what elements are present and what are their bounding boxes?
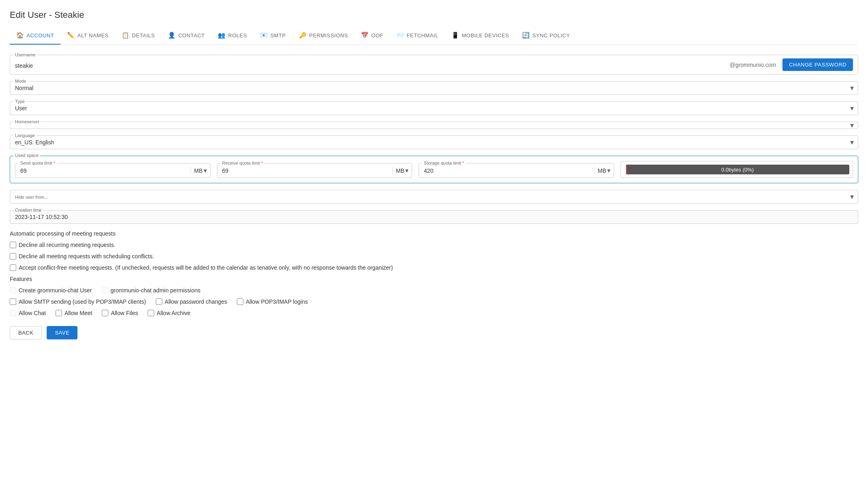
tab-contact[interactable]: 👤CONTACT — [161, 27, 211, 45]
language-select[interactable]: Language en_US: English ▾ — [10, 135, 858, 149]
tab-smtp[interactable]: 📧SMTP — [254, 27, 292, 45]
create-chat-user-text: Create grommunio-chat User — [19, 287, 92, 294]
allow-archive-label[interactable]: Allow Archive — [148, 310, 190, 316]
allow-smtp-label[interactable]: Allow SMTP sending (used by POP3/IMAP cl… — [10, 298, 146, 305]
allow-smtp-text: Allow SMTP sending (used by POP3/IMAP cl… — [19, 298, 146, 305]
type-label: Type — [13, 99, 26, 104]
allow-pop3-imap-label[interactable]: Allow POP3/IMAP logins — [237, 298, 308, 305]
decline-conflicts-checkbox[interactable] — [10, 253, 16, 260]
details-tab-icon: 📋 — [122, 32, 130, 39]
permissions-tab-icon: 🔑 — [299, 32, 307, 39]
roles-tab-icon: 👥 — [218, 32, 226, 39]
receive-quota-label: Receive quota limit * — [221, 161, 264, 165]
send-quota-unit[interactable]: MB ▾ — [191, 167, 207, 174]
allow-meet-text: Allow Meet — [64, 310, 92, 316]
hide-user-label: Hide user from... — [15, 195, 48, 200]
language-value: en_US: English — [15, 138, 54, 146]
allow-archive-checkbox[interactable] — [148, 310, 154, 316]
receive-quota-unit[interactable]: MB ▾ — [392, 167, 408, 174]
send-quota-input[interactable] — [20, 167, 191, 174]
used-space-label: Used space — [13, 153, 40, 158]
tab-details[interactable]: 📋DETAILS — [115, 27, 161, 45]
decline-recurring-text: Decline all recurring meeting requests. — [19, 242, 116, 248]
mobile-devices-tab-label: MOBILE DEVICES — [462, 32, 509, 39]
smtp-tab-icon: 📧 — [260, 32, 268, 39]
hide-user-select[interactable]: Hide user from... ▾ — [10, 190, 858, 204]
storage-bar: 0.0bytes (0%) — [626, 165, 849, 174]
storage-quota-label: Storage quota limit * — [422, 161, 466, 165]
content-area: Username @grommunio.com CHANGE PASSWORD … — [0, 45, 868, 362]
save-button[interactable]: SAVE — [47, 326, 77, 339]
allow-password-changes-text: Allow password changes — [165, 298, 227, 305]
allow-files-label[interactable]: Allow Files — [102, 310, 138, 316]
username-input[interactable] — [15, 61, 730, 69]
accept-conflict-free-label[interactable]: Accept conflict-free meeting requests. (… — [10, 264, 393, 271]
tab-permissions[interactable]: 🔑PERMISSIONS — [292, 27, 355, 45]
send-quota-field: Send quota limit * MB ▾ — [15, 163, 211, 178]
tab-sync-policy[interactable]: 🔄SYNC POLICY — [516, 27, 576, 45]
type-select[interactable]: Type User ▾ — [10, 101, 858, 115]
send-quota-label: Send quota limit * — [19, 161, 57, 165]
decline-recurring-label[interactable]: Decline all recurring meeting requests. — [10, 242, 116, 248]
sync-policy-tab-icon: 🔄 — [522, 32, 530, 39]
receive-quota-field: Receive quota limit * MB ▾ — [217, 163, 413, 178]
chat-admin-perms-checkbox — [102, 287, 108, 294]
back-button[interactable]: BACK — [10, 326, 42, 339]
storage-bar-wrapper: 0.0bytes (0%) — [621, 161, 853, 178]
homeserver-select[interactable]: Homeserver ▾ — [10, 122, 858, 129]
username-label: Username — [13, 52, 37, 57]
accept-conflict-free-checkbox[interactable] — [10, 264, 16, 271]
create-chat-user-checkbox — [10, 287, 16, 294]
storage-quota-unit-arrow-icon: ▾ — [607, 167, 610, 174]
allow-archive-text: Allow Archive — [157, 310, 190, 316]
allow-chat-text: Allow Chat — [19, 310, 46, 316]
storage-quota-field: Storage quota limit * MB ▾ — [419, 163, 614, 178]
contact-tab-label: CONTACT — [178, 32, 204, 39]
allow-chat-label: Allow Chat — [10, 310, 46, 316]
tab-oof[interactable]: 📅OOF — [355, 27, 390, 45]
mode-arrow-icon: ▾ — [850, 84, 854, 92]
accept-conflict-free-text: Accept conflict-free meeting requests. (… — [19, 264, 393, 271]
allow-password-changes-checkbox[interactable] — [156, 298, 162, 305]
smtp-tab-label: SMTP — [270, 32, 286, 39]
allow-meet-checkbox[interactable] — [56, 310, 62, 316]
features-row-1: Create grommunio-chat User grommunio-cha… — [10, 287, 858, 294]
type-arrow-icon: ▾ — [850, 104, 854, 113]
allow-meet-label[interactable]: Allow Meet — [56, 310, 92, 316]
storage-quota-input[interactable] — [424, 167, 594, 174]
homeserver-label: Homeserver — [13, 119, 41, 124]
allow-smtp-checkbox[interactable] — [10, 298, 16, 305]
tabs-bar: 🏠ACCOUNT✏️ALT NAMES📋DETAILS👤CONTACT👥ROLE… — [10, 27, 858, 45]
change-password-button[interactable]: CHANGE PASSWORD — [782, 58, 853, 71]
allow-pop3-imap-checkbox[interactable] — [237, 298, 243, 305]
tab-account[interactable]: 🏠ACCOUNT — [10, 27, 60, 45]
tab-mobile-devices[interactable]: 📱MOBILE DEVICES — [445, 27, 516, 45]
create-chat-user-label: Create grommunio-chat User — [10, 287, 92, 294]
storage-bar-text: 0.0bytes (0%) — [721, 167, 754, 173]
creation-time-label: Creation time — [13, 208, 43, 212]
features-heading: Features — [10, 276, 858, 282]
language-arrow-icon: ▾ — [850, 138, 854, 147]
allow-password-changes-label[interactable]: Allow password changes — [156, 298, 227, 305]
tab-roles[interactable]: 👥ROLES — [211, 27, 254, 45]
mode-select[interactable]: Mode Normal ▾ — [10, 81, 858, 95]
tab-fetchmail[interactable]: 📨FETCHMAIL — [390, 27, 445, 45]
decline-conflicts-row: Decline all meeting requests with schedu… — [10, 253, 858, 260]
domain-text: @grommunio.com — [730, 62, 776, 68]
chat-admin-perms-text: grommunio-chat admin permissions — [111, 287, 201, 294]
mode-label: Mode — [13, 79, 28, 84]
allow-files-text: Allow Files — [111, 310, 138, 316]
permissions-tab-label: PERMISSIONS — [309, 32, 348, 39]
storage-quota-unit[interactable]: MB ▾ — [594, 167, 610, 174]
receive-quota-input[interactable] — [222, 167, 393, 174]
tab-alt-names[interactable]: ✏️ALT NAMES — [60, 27, 115, 45]
page-header: Edit User - Steakie 🏠ACCOUNT✏️ALT NAMES📋… — [0, 0, 868, 45]
decline-conflicts-label[interactable]: Decline all meeting requests with schedu… — [10, 253, 154, 260]
oof-tab-icon: 📅 — [361, 32, 369, 39]
send-quota-unit-arrow-icon: ▾ — [204, 167, 207, 174]
decline-recurring-checkbox[interactable] — [10, 242, 16, 248]
allow-files-checkbox[interactable] — [102, 310, 108, 316]
username-row: Username @grommunio.com CHANGE PASSWORD — [10, 55, 858, 75]
decline-conflicts-text: Decline all meeting requests with schedu… — [19, 253, 154, 260]
account-tab-icon: 🏠 — [16, 32, 24, 39]
